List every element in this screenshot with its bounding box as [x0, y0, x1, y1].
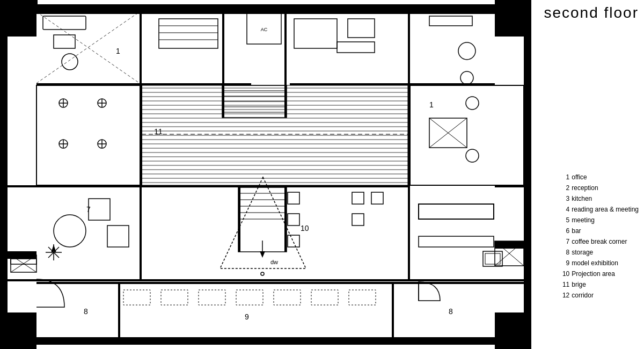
svg-point-92: [261, 272, 264, 275]
svg-rect-69: [36, 279, 525, 281]
svg-text:10: 10: [301, 224, 309, 232]
svg-rect-20: [54, 35, 75, 48]
svg-rect-9: [495, 312, 531, 349]
page-title: second floor: [544, 4, 639, 21]
svg-rect-106: [123, 290, 150, 305]
svg-rect-119: [0, 185, 36, 187]
legend-item-4: 4 reading area & meeting: [560, 204, 639, 215]
svg-rect-8: [0, 312, 36, 349]
svg-rect-108: [199, 290, 225, 305]
svg-rect-23: [159, 19, 218, 48]
svg-text:1: 1: [429, 100, 434, 109]
svg-rect-105: [36, 282, 525, 284]
svg-rect-102: [419, 236, 494, 247]
svg-marker-90: [260, 251, 265, 258]
svg-text:AC: AC: [261, 27, 268, 32]
svg-rect-95: [288, 192, 299, 204]
svg-rect-104: [485, 253, 500, 264]
svg-rect-14: [222, 12, 224, 87]
svg-rect-101: [419, 204, 494, 219]
svg-point-21: [62, 54, 78, 70]
svg-rect-72: [89, 199, 110, 220]
svg-text:1: 1: [116, 47, 120, 55]
legend-item-2: 2 reception: [560, 183, 639, 193]
legend-item-11: 11 brige: [560, 279, 639, 290]
svg-rect-2: [0, 337, 531, 345]
svg-text:11: 11: [154, 127, 163, 136]
svg-point-66: [466, 97, 479, 110]
svg-rect-122: [495, 279, 531, 281]
svg-point-32: [460, 71, 473, 84]
svg-rect-96: [288, 214, 299, 226]
floorplan-svg: AC 1: [0, 0, 531, 349]
svg-rect-71: [408, 187, 410, 281]
svg-rect-28: [348, 19, 375, 38]
svg-rect-48: [36, 85, 142, 185]
svg-rect-7: [495, 0, 531, 37]
svg-point-73: [54, 215, 86, 247]
legend-item-7: 7 coffee break corner: [560, 236, 639, 247]
svg-rect-1: [0, 4, 531, 12]
svg-text:8: 8: [449, 307, 453, 316]
svg-rect-6: [0, 0, 36, 37]
svg-rect-125: [495, 241, 531, 249]
svg-text:7: 7: [86, 205, 91, 214]
floorplan: AC 1: [0, 0, 531, 349]
svg-rect-111: [311, 290, 338, 305]
legend-item-6: 6 bar: [560, 226, 639, 236]
svg-rect-36: [142, 85, 408, 185]
svg-rect-13: [140, 12, 142, 85]
svg-rect-99: [352, 214, 364, 226]
svg-text:9: 9: [245, 312, 249, 321]
svg-rect-109: [236, 290, 263, 305]
svg-text:8: 8: [84, 307, 88, 316]
legend-item-1: 1 office: [560, 172, 639, 183]
svg-rect-70: [140, 187, 142, 281]
svg-rect-29: [337, 42, 375, 53]
svg-rect-30: [429, 16, 472, 26]
svg-rect-16: [408, 12, 410, 85]
svg-rect-68: [36, 185, 410, 187]
svg-rect-107: [161, 290, 188, 305]
svg-point-67: [466, 149, 479, 162]
legend-item-12: 12 corridor: [560, 290, 639, 301]
svg-rect-121: [495, 185, 531, 187]
svg-text:dw: dw: [270, 259, 278, 265]
svg-rect-19: [43, 16, 86, 30]
svg-rect-100: [371, 192, 383, 204]
legend-item-5: 5 meeting: [560, 215, 639, 226]
svg-rect-112: [349, 290, 376, 305]
legend-item-10: 10 Projection area: [560, 268, 639, 279]
svg-point-31: [458, 42, 475, 60]
legend-item-8: 8 storage: [560, 247, 639, 258]
svg-rect-116: [118, 282, 120, 337]
svg-rect-15: [284, 12, 287, 87]
svg-rect-98: [352, 192, 364, 204]
legend-item-9: 9 model exhibition: [560, 258, 639, 268]
svg-rect-27: [294, 19, 337, 48]
svg-rect-74: [107, 226, 129, 247]
svg-rect-120: [0, 279, 36, 281]
svg-rect-110: [274, 290, 301, 305]
svg-rect-4: [524, 4, 531, 345]
svg-rect-97: [288, 235, 299, 247]
page-container: second floor 1 office 2 reception 3 kitc…: [0, 0, 644, 349]
svg-rect-3: [0, 4, 8, 345]
svg-rect-117: [392, 282, 394, 337]
legend-item-3: 3 kitchen: [560, 193, 639, 204]
legend: 1 office 2 reception 3 kitchen 4 reading…: [560, 172, 639, 301]
